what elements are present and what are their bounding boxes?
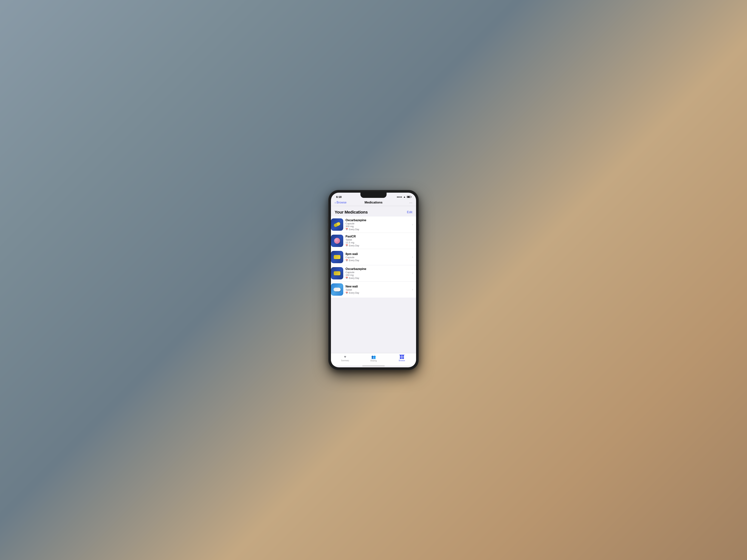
phone-shell: 6:18 ●●●● ▲ ‹ Browse Medication xyxy=(329,190,418,370)
nav-bar: ‹ Browse Medications ··· xyxy=(331,199,416,206)
tab-browse-label: Browse xyxy=(399,359,405,362)
section-title: Your Medications xyxy=(335,210,368,215)
content-area: Your Medications Edit xyxy=(331,206,416,353)
schedule-text-5: Every Day xyxy=(349,292,359,294)
calendar-icon-4: 📅 xyxy=(345,277,348,279)
med-schedule-3: 📅 Every Day xyxy=(345,259,412,262)
med-name-5: New wali xyxy=(345,285,412,288)
section-header: Your Medications Edit xyxy=(331,206,416,216)
med-icon-5 xyxy=(331,283,343,296)
med-type-3: Capsule xyxy=(345,256,412,259)
edit-button[interactable]: Edit xyxy=(407,210,412,214)
calendar-icon-5: 📅 xyxy=(345,292,348,294)
med-item-3[interactable]: 8pm wali Capsule 📅 Every Day › xyxy=(331,249,416,265)
med-name-1: Oxcarbazepine xyxy=(345,219,412,222)
med-item-2[interactable]: PaxiCR Tablet 12.5 mg 📅 Every Day › xyxy=(331,233,416,249)
med-icon-4 xyxy=(331,267,343,279)
phone-screen: 6:18 ●●●● ▲ ‹ Browse Medication xyxy=(331,193,416,367)
med-info-1: Oxcarbazepine Capsule 300 mg 📅 Every Day xyxy=(345,219,412,231)
chevron-right-1: › xyxy=(412,223,413,226)
tab-browse[interactable]: Browse xyxy=(396,355,408,362)
status-icons: ●●●● ▲ xyxy=(397,195,411,198)
med-info-2: PaxiCR Tablet 12.5 mg 📅 Every Day xyxy=(345,235,412,247)
back-label[interactable]: Browse xyxy=(337,201,346,204)
wifi-icon: ▲ xyxy=(403,195,406,198)
med-info-4: Oxcarbazepine Capsule 150 mg 📅 Every Day xyxy=(345,267,412,279)
med-icon-2 xyxy=(331,235,343,247)
tab-sharing-label: Sharing xyxy=(370,360,377,362)
med-info-3: 8pm wali Capsule 📅 Every Day xyxy=(345,252,412,262)
nav-more-icon[interactable]: ··· xyxy=(409,201,412,205)
nav-title: Medications xyxy=(364,201,383,205)
med-schedule-2: 📅 Every Day xyxy=(345,244,412,247)
med-dose-2: 12.5 mg xyxy=(345,241,412,244)
schedule-text-4: Every Day xyxy=(349,277,359,279)
med-type-2: Tablet xyxy=(345,238,412,241)
heart-icon: ♥ xyxy=(344,355,346,359)
med-type-1: Capsule xyxy=(345,222,412,225)
notch xyxy=(360,193,387,198)
status-time: 6:18 xyxy=(336,195,341,198)
schedule-text-1: Every Day xyxy=(349,228,359,231)
med-type-5: Tablet xyxy=(345,288,412,291)
back-button[interactable]: ‹ Browse xyxy=(335,201,346,204)
med-dose-1: 300 mg xyxy=(345,225,412,228)
browse-grid-icon xyxy=(400,355,404,359)
tab-summary-label: Summary xyxy=(341,359,349,362)
schedule-text-2: Every Day xyxy=(349,244,359,247)
med-name-4: Oxcarbazepine xyxy=(345,267,412,271)
home-indicator xyxy=(362,366,385,366)
calendar-icon-1: 📅 xyxy=(345,228,348,231)
med-info-5: New wali Tablet 📅 Every Day xyxy=(345,285,412,294)
back-chevron-icon: ‹ xyxy=(335,201,336,204)
med-icon-3 xyxy=(331,251,343,263)
med-name-3: 8pm wali xyxy=(345,252,412,256)
tab-sharing[interactable]: 👥 Sharing xyxy=(368,355,379,362)
med-type-4: Capsule xyxy=(345,271,412,274)
med-item-1[interactable]: Oxcarbazepine Capsule 300 mg 📅 Every Day… xyxy=(331,216,416,233)
calendar-icon-2: 📅 xyxy=(345,244,348,247)
battery-icon xyxy=(407,196,411,198)
chevron-right-3: › xyxy=(412,256,413,259)
med-item-5[interactable]: New wali Tablet 📅 Every Day › xyxy=(331,282,416,297)
schedule-text-3: Every Day xyxy=(349,259,359,262)
med-schedule-5: 📅 Every Day xyxy=(345,292,412,294)
med-schedule-1: 📅 Every Day xyxy=(345,228,412,231)
chevron-right-4: › xyxy=(412,272,413,275)
tab-summary[interactable]: ♥ Summary xyxy=(339,355,351,362)
signal-icon: ●●●● xyxy=(397,196,402,198)
med-schedule-4: 📅 Every Day xyxy=(345,277,412,279)
sharing-icon: 👥 xyxy=(371,355,376,359)
chevron-right-5: › xyxy=(412,288,413,291)
med-icon-1 xyxy=(331,218,343,231)
tab-bar: ♥ Summary 👥 Sharing Browse xyxy=(331,353,416,366)
medications-list: Oxcarbazepine Capsule 300 mg 📅 Every Day… xyxy=(331,216,416,297)
med-dose-4: 150 mg xyxy=(345,274,412,276)
med-item-4[interactable]: Oxcarbazepine Capsule 150 mg 📅 Every Day… xyxy=(331,265,416,282)
med-name-2: PaxiCR xyxy=(345,235,412,238)
calendar-icon-3: 📅 xyxy=(345,259,348,262)
chevron-right-2: › xyxy=(412,239,413,242)
phone-device: 6:18 ●●●● ▲ ‹ Browse Medication xyxy=(329,190,418,370)
